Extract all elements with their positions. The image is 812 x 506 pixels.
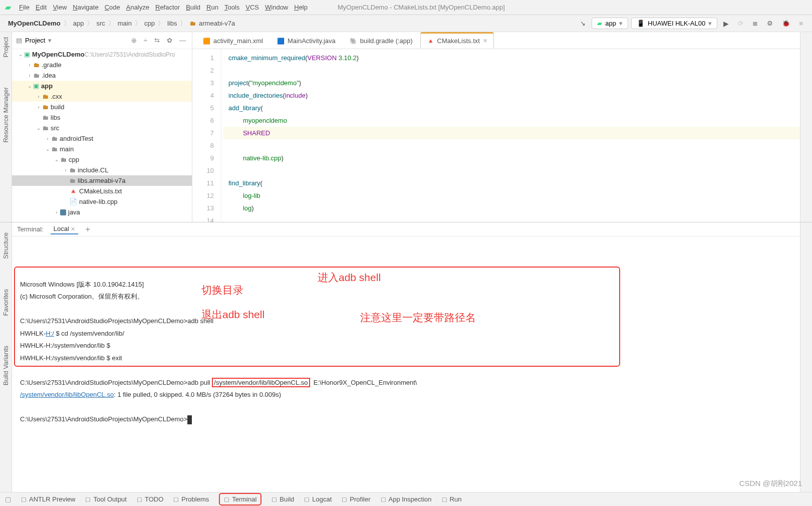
editor-tab[interactable]: 🐘build.gradle (:app) <box>343 33 419 49</box>
right-tool-strip <box>800 32 812 222</box>
collapse-icon[interactable]: ⇆ <box>152 36 162 45</box>
crumb-MyOpenCLDemo[interactable]: MyOpenCLDemo <box>6 19 63 28</box>
status-build[interactable]: ◻ Build <box>272 495 294 503</box>
editor-tabs: 🟧activity_main.xml🟦MainActivity.java🐘bui… <box>192 32 800 49</box>
terminal-output[interactable]: Microsoft Windows [版本 10.0.19042.1415](c… <box>12 236 800 492</box>
project-tree[interactable]: ⌄▣MyOpenCLDemo C:\Users\27531\AndroidStu… <box>12 49 192 222</box>
editor-tab[interactable]: 🔺CMakeLists.txt ✕ <box>420 32 494 49</box>
terminal-panel: Terminal: Local ✕ + Microsoft Windows [版… <box>12 222 800 492</box>
tree-node[interactable]: ›🖿.idea <box>12 70 192 81</box>
hide-icon[interactable]: — <box>177 36 188 45</box>
tree-node[interactable]: ›java <box>12 207 192 217</box>
toolbar: MyOpenCLDemo〉app〉src〉main〉cpp〉libs〉🖿 arm… <box>0 15 812 32</box>
menu-file[interactable]: File <box>16 3 33 12</box>
crumb-src[interactable]: src <box>94 19 107 28</box>
status-terminal[interactable]: ◻ Terminal <box>219 493 261 505</box>
menu-tools[interactable]: Tools <box>221 3 242 12</box>
left-tool-strip-lower: Structure Favorites Build Variants <box>0 222 12 492</box>
tree-node[interactable]: ›🖿include.CL <box>12 165 192 175</box>
tree-node[interactable]: 📄native-lib.cpp <box>12 196 192 207</box>
menu-vcs[interactable]: VCS <box>242 3 262 12</box>
close-icon[interactable]: ✕ <box>71 226 75 232</box>
tree-node[interactable]: ⌄🖿main <box>12 144 192 154</box>
attach-icon[interactable]: 🐞 <box>779 18 793 29</box>
editor: 🟧activity_main.xml🟦MainActivity.java🐘bui… <box>192 32 800 222</box>
code-content[interactable]: cmake_minimum_required(VERSION 3.10.2) p… <box>221 49 800 222</box>
run-config-dropdown[interactable]: ▰app▾ <box>592 18 628 29</box>
menu-build[interactable]: Build <box>183 3 203 12</box>
crumb-app[interactable]: app <box>71 19 86 28</box>
watermark: CSDN @胡刚2021 <box>739 479 802 488</box>
tree-node[interactable]: 🔺CMakeLists.txt <box>12 186 192 196</box>
editor-tab[interactable]: 🟧activity_main.xml <box>196 33 269 49</box>
window-title: MyOpenCLDemo - CMakeLists.txt [MyOpenCLD… <box>338 4 505 11</box>
terminal-tab-local[interactable]: Local ✕ <box>51 224 79 234</box>
menu-code[interactable]: Code <box>102 3 123 12</box>
close-icon[interactable]: ✕ <box>483 38 487 44</box>
status-bar: ▢ ◻ ANTLR Preview◻ Tool Output◻ TODO◻ Pr… <box>0 492 812 506</box>
project-panel: ▤ Project ▾ ⊕ ÷ ⇆ ✿ — ⌄▣MyOpenCLDemo C:\… <box>12 32 192 222</box>
crumb-armeabi-v7a[interactable]: 🖿 armeabi-v7a <box>187 19 237 28</box>
profile-icon[interactable]: ⚙ <box>764 18 776 29</box>
stop-icon[interactable]: ■ <box>796 18 806 29</box>
status-antlr-preview[interactable]: ◻ ANTLR Preview <box>21 495 75 503</box>
menu-view[interactable]: View <box>50 3 70 12</box>
menu-window[interactable]: Window <box>262 3 291 12</box>
menu-navigate[interactable]: Navigate <box>70 3 101 12</box>
sync-icon[interactable]: ↘ <box>577 18 589 29</box>
status-todo[interactable]: ◻ TODO <box>137 495 163 503</box>
right-tool-strip-lower <box>800 222 812 492</box>
menu-run[interactable]: Run <box>203 3 221 12</box>
select-opened-icon[interactable]: ⊕ <box>129 36 139 45</box>
tree-node[interactable]: 🖿libs <box>12 112 192 123</box>
tool-build-variants[interactable]: Build Variants <box>2 346 10 385</box>
settings-icon[interactable]: ✿ <box>165 36 174 45</box>
tree-node[interactable]: ⌄▣app <box>12 81 192 91</box>
menu-edit[interactable]: Edit <box>33 3 50 12</box>
device-dropdown[interactable]: 📱HUAWEI HLK-AL00▾ <box>631 18 717 29</box>
run-button[interactable]: ▶ <box>720 18 732 29</box>
status-tool-output[interactable]: ◻ Tool Output <box>85 495 127 503</box>
tool-favorites[interactable]: Favorites <box>2 289 10 316</box>
tree-node[interactable]: ⌄▣MyOpenCLDemo C:\Users\27531\AndroidStu… <box>12 49 192 60</box>
android-logo-icon: ▰ <box>5 3 11 12</box>
tool-resource-manager[interactable]: Resource Manager <box>2 87 10 143</box>
status-profiler[interactable]: ◻ Profiler <box>342 495 370 503</box>
status-app-inspection[interactable]: ◻ App Inspection <box>381 495 432 503</box>
left-tool-strip: Project Resource Manager <box>0 32 12 222</box>
apply-changes-icon[interactable]: ⟳ <box>735 18 746 29</box>
line-gutter: 1234567891011121314 <box>192 49 221 222</box>
tree-node[interactable]: ›🖿build <box>12 102 192 112</box>
status-problems[interactable]: ◻ Problems <box>173 495 209 503</box>
tree-node[interactable]: ›🖿androidTest <box>12 133 192 144</box>
tree-node[interactable]: ›🖿.cxx <box>12 91 192 102</box>
tool-window-icon[interactable]: ▢ <box>5 495 11 503</box>
editor-tab[interactable]: 🟦MainActivity.java <box>270 33 342 49</box>
tree-node[interactable]: ⌄🖿cpp <box>12 154 192 165</box>
menubar: ▰ FileEditViewNavigateCodeAnalyzeRefacto… <box>0 0 812 15</box>
tree-node[interactable]: 🖿libs.armeabi-v7a <box>12 175 192 186</box>
crumb-main[interactable]: main <box>116 19 134 28</box>
menu-help[interactable]: Help <box>291 3 311 12</box>
crumb-cpp[interactable]: cpp <box>142 19 157 28</box>
crumb-libs[interactable]: libs <box>165 19 179 28</box>
tree-node[interactable]: ›🖿.gradle <box>12 60 192 70</box>
status-logcat[interactable]: ◻ Logcat <box>304 495 332 503</box>
new-terminal-button[interactable]: + <box>85 225 90 234</box>
menu-refactor[interactable]: Refactor <box>152 3 183 12</box>
tool-project[interactable]: Project <box>2 37 10 57</box>
tool-structure[interactable]: Structure <box>2 232 10 259</box>
menu-analyze[interactable]: Analyze <box>123 3 152 12</box>
project-view-dropdown[interactable]: Project <box>25 37 45 44</box>
tree-node[interactable]: ⌄🖿src <box>12 123 192 133</box>
status-run[interactable]: ◻ Run <box>442 495 462 503</box>
expand-icon[interactable]: ÷ <box>142 36 149 45</box>
terminal-label: Terminal: <box>17 225 44 233</box>
debug-icon[interactable]: ≣ <box>749 18 761 29</box>
